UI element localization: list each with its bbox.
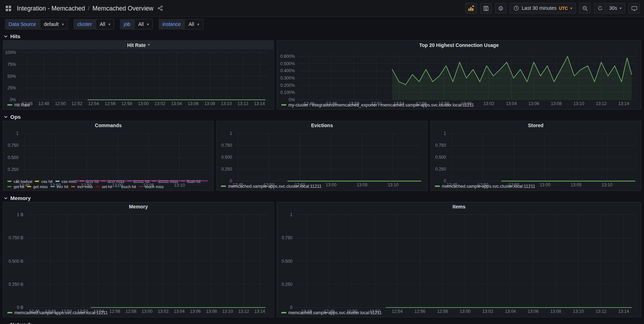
svg-text:13:08: 13:08 xyxy=(204,101,215,106)
cycle-view-mode-button[interactable] xyxy=(628,3,640,13)
stored-chart[interactable]: 10.7500.5000.250012:4512:5012:5513:0013:… xyxy=(432,131,639,183)
svg-text:13:12: 13:12 xyxy=(238,309,249,314)
commands-chart[interactable]: 10.7500.5000.250012:4512:5012:5513:0013:… xyxy=(4,131,212,178)
time-range-label: Last 30 minutes xyxy=(522,5,556,11)
refresh-interval-picker[interactable]: 30s ▾ xyxy=(605,3,625,13)
svg-text:0.200%: 0.200% xyxy=(280,83,295,88)
breadcrumb-dashboard-title[interactable]: Memcached Overview xyxy=(93,5,153,12)
gear-icon: ⚙ xyxy=(498,5,503,12)
svg-text:13:00: 13:00 xyxy=(460,309,471,314)
apps-grid-icon[interactable] xyxy=(4,4,13,13)
panel-header-top20[interactable]: Top 20 Highest Connection Usage xyxy=(277,41,640,50)
svg-text:12:52: 12:52 xyxy=(77,309,88,314)
svg-text:12:58: 12:58 xyxy=(125,309,136,314)
svg-text:12:58: 12:58 xyxy=(121,101,132,106)
svg-text:0.500%: 0.500% xyxy=(280,61,295,66)
navbar-left: Integration - Memcached / Memcached Over… xyxy=(4,4,165,13)
svg-text:13:00: 13:00 xyxy=(540,182,550,187)
svg-text:0.400%: 0.400% xyxy=(280,68,295,73)
svg-text:0.500: 0.500 xyxy=(282,259,293,264)
svg-text:13:14: 13:14 xyxy=(254,101,265,106)
dashboard-settings-button[interactable]: ⚙ xyxy=(495,3,507,13)
svg-text:0.750: 0.750 xyxy=(435,143,446,148)
variable-instance-select[interactable]: All▾ xyxy=(184,19,203,29)
variable-job: job All▾ xyxy=(120,19,153,29)
panel-header-hit-rate[interactable]: Hit Rate ▾ xyxy=(3,41,273,49)
chevron-down-icon: ▾ xyxy=(197,22,199,26)
svg-text:12:48: 12:48 xyxy=(324,309,335,314)
svg-text:13:10: 13:10 xyxy=(573,101,584,106)
row-title: Ops xyxy=(10,114,21,120)
variable-cluster-label: cluster xyxy=(74,19,96,29)
svg-text:0%: 0% xyxy=(10,97,16,102)
chevron-down-icon: ▾ xyxy=(619,6,621,10)
variable-cluster-select[interactable]: All▾ xyxy=(96,19,115,29)
chevron-down-icon: ▾ xyxy=(148,43,150,47)
share-icon[interactable] xyxy=(156,4,164,12)
panel-header-memory[interactable]: Memory xyxy=(3,202,273,212)
save-dashboard-icon[interactable] xyxy=(480,3,492,13)
breadcrumb-folder[interactable]: Integration - Memcached xyxy=(17,5,85,12)
svg-text:0.300%: 0.300% xyxy=(280,76,295,81)
row-header-hits[interactable]: Hits xyxy=(3,33,641,40)
refresh-button[interactable] xyxy=(594,3,605,13)
svg-text:1 B: 1 B xyxy=(17,212,23,217)
svg-text:12:50: 12:50 xyxy=(478,182,488,187)
svg-text:12:52: 12:52 xyxy=(71,101,82,106)
svg-text:12:46: 12:46 xyxy=(22,101,33,106)
variable-cluster: cluster All▾ xyxy=(74,19,114,29)
variable-job-select[interactable]: All▾ xyxy=(134,19,153,29)
variable-datasource-label: Data Source xyxy=(5,19,40,29)
chevron-down-icon xyxy=(4,196,8,200)
items-chart[interactable]: 10.7500.5000.250012:4612:4812:5012:5212:… xyxy=(278,212,639,309)
svg-text:0.250: 0.250 xyxy=(282,282,293,287)
add-panel-button[interactable] xyxy=(465,3,477,13)
svg-text:0.500: 0.500 xyxy=(8,155,19,160)
svg-text:13:14: 13:14 xyxy=(618,101,629,106)
memory-chart[interactable]: 1 B0.750 B0.500 B0.250 B0 B12:4612:4812:… xyxy=(4,212,272,309)
variable-instance: instance All▾ xyxy=(159,19,203,29)
evictions-chart[interactable]: 10.7500.5000.250012:4512:5012:5513:0013:… xyxy=(218,131,425,183)
svg-text:12:55: 12:55 xyxy=(81,183,92,188)
svg-text:0.100%: 0.100% xyxy=(280,90,295,95)
variable-bar: Data Source default▾ cluster All▾ job Al… xyxy=(0,17,644,31)
svg-text:75%: 75% xyxy=(7,62,16,67)
svg-text:0.250 B: 0.250 B xyxy=(8,282,23,287)
svg-text:12:46: 12:46 xyxy=(301,309,312,314)
svg-text:12:45: 12:45 xyxy=(19,183,30,188)
svg-text:12:50: 12:50 xyxy=(264,182,275,187)
row-header-memory[interactable]: Memory xyxy=(3,195,641,201)
svg-text:13:02: 13:02 xyxy=(484,101,494,106)
panel-header-evictions[interactable]: Evictions xyxy=(217,121,427,130)
chevron-down-icon xyxy=(4,323,8,324)
svg-text:12:48: 12:48 xyxy=(39,101,49,106)
panel-evictions: Evictions 10.7500.5000.250012:4512:5012:… xyxy=(217,121,427,191)
svg-text:13:06: 13:06 xyxy=(188,101,199,106)
hit-rate-chart[interactable]: 100%75%50%25%0%12:4612:4812:5012:5212:54… xyxy=(4,50,272,102)
svg-text:13:04: 13:04 xyxy=(174,309,185,314)
panel-header-stored[interactable]: Stored xyxy=(431,121,640,130)
variable-datasource-select[interactable]: default▾ xyxy=(40,19,68,29)
panel-memory: Memory 1 B0.750 B0.500 B0.250 B0 B12:461… xyxy=(3,202,274,317)
chevron-down-icon: ▾ xyxy=(62,22,64,26)
svg-text:12:58: 12:58 xyxy=(437,309,448,314)
svg-text:12:52: 12:52 xyxy=(371,101,382,106)
zoom-out-button[interactable] xyxy=(579,3,591,13)
row-header-ops[interactable]: Ops xyxy=(3,114,641,120)
time-range-picker[interactable]: Last 30 minutes UTC ▾ xyxy=(510,3,576,13)
svg-text:13:00: 13:00 xyxy=(326,182,337,187)
breadcrumb: Integration - Memcached / Memcached Over… xyxy=(17,4,164,12)
navbar: Integration - Memcached / Memcached Over… xyxy=(0,0,644,17)
svg-text:13:06: 13:06 xyxy=(528,101,539,106)
panel-header-commands[interactable]: Commands xyxy=(3,121,213,130)
monitor-icon xyxy=(631,5,637,12)
row-header-network[interactable]: Network xyxy=(3,322,641,324)
variable-datasource: Data Source default▾ xyxy=(5,19,68,29)
variable-instance-label: instance xyxy=(159,19,185,29)
svg-text:12:46: 12:46 xyxy=(304,101,315,106)
connection-usage-chart[interactable]: 0.600%0.500%0.400%0.300%0.200%0.100%0%12… xyxy=(278,50,639,101)
svg-text:13:00: 13:00 xyxy=(138,101,149,106)
svg-text:13:10: 13:10 xyxy=(174,183,185,188)
panel-header-items[interactable]: Items xyxy=(277,202,640,212)
svg-text:13:05: 13:05 xyxy=(357,182,368,187)
